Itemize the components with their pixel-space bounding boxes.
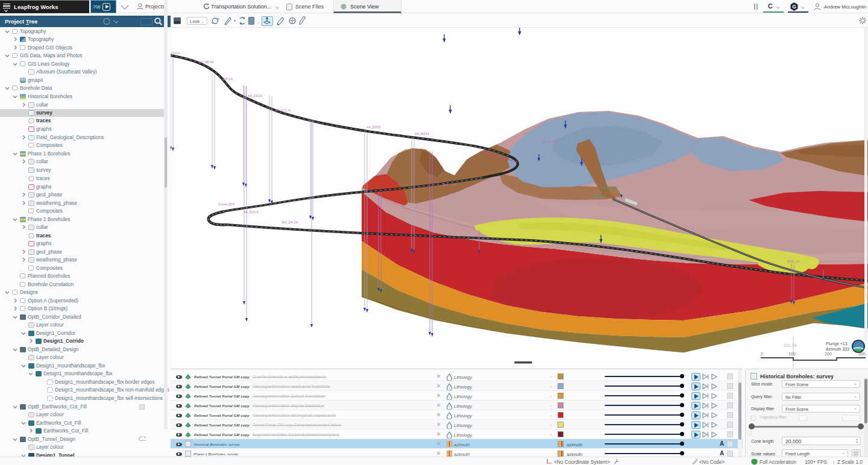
svg-text:A4_M2A1: A4_M2A1: [415, 132, 429, 136]
svg-text:A4_D2S4: A4_D2S4: [542, 140, 557, 143]
svg-text:Creek 23 A: Creek 23 A: [218, 202, 235, 206]
svg-text:Plunge +13: Plunge +13: [826, 342, 848, 346]
svg-text:BH2E: BH2E: [594, 195, 603, 198]
svg-text:200: 200: [825, 352, 832, 356]
svg-text:0: 0: [761, 352, 763, 356]
svg-text:A4_0B 44: A4_0B 44: [199, 60, 213, 64]
svg-text:BH2_1A: BH2_1A: [787, 260, 800, 263]
svg-text:BH_D4 2A: BH_D4 2A: [282, 220, 298, 224]
svg-text:BH_T2 A: BH_T2 A: [443, 183, 456, 187]
svg-text:Azimuth 333: Azimuth 333: [826, 347, 849, 351]
svg-text:A4_D2S2: A4_D2S2: [366, 125, 381, 129]
svg-text:101.74: 101.74: [784, 343, 797, 348]
svg-text:A4_CC1 A: A4_CC1 A: [275, 108, 291, 112]
svg-text:A4_DD1A: A4_DD1A: [248, 94, 263, 98]
svg-text:DP 1A: DP 1A: [223, 77, 233, 81]
svg-text:G: G: [792, 4, 796, 10]
svg-text:A4_D23 A: A4_D23 A: [244, 210, 259, 214]
svg-text:BH2F 027: BH2F 027: [601, 186, 618, 189]
svg-text:100: 100: [788, 352, 796, 356]
svg-text:10S04: 10S04: [171, 51, 180, 55]
